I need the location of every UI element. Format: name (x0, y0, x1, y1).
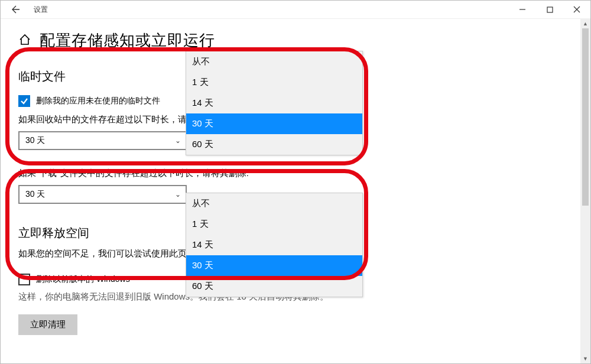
clean-now-button[interactable]: 立即清理 (18, 314, 77, 335)
dropdown-option-14day[interactable]: 14 天 (186, 235, 362, 255)
home-icon[interactable] (18, 33, 31, 48)
clean-now-button-label: 立即清理 (30, 319, 66, 330)
back-arrow-icon (11, 5, 20, 14)
dropdown-option-60day[interactable]: 60 天 (186, 276, 362, 297)
svg-rect-0 (547, 7, 553, 12)
downloads-duration-value: 30 天 (25, 189, 45, 200)
dropdown-option-1day[interactable]: 1 天 (186, 214, 362, 235)
recycle-bin-dropdown[interactable]: 从不 1 天 14 天 30 天 60 天 (186, 51, 363, 155)
dropdown-option-never[interactable]: 从不 (186, 193, 362, 214)
delete-temp-files-label: 删除我的应用未在使用的临时文件 (36, 96, 160, 106)
scrollbar-thumb[interactable] (582, 28, 589, 206)
chevron-down-icon: ⌄ (175, 136, 181, 145)
dropdown-option-60day[interactable]: 60 天 (186, 134, 362, 155)
recycle-bin-duration-combo[interactable]: 30 天 ⌄ (18, 131, 187, 150)
vertical-scrollbar[interactable]: ▲ ▼ (580, 18, 590, 363)
minimize-icon (519, 6, 526, 13)
downloads-label: 如果"下载"文件夹中的文件存在超过以下时长，请将其删除: (18, 168, 590, 179)
downloads-dropdown[interactable]: 从不 1 天 14 天 30 天 60 天 (186, 193, 363, 297)
dropdown-option-never[interactable]: 从不 (186, 51, 362, 72)
dropdown-option-30day[interactable]: 30 天 (186, 113, 362, 134)
window-title: 设置 (34, 5, 48, 15)
maximize-icon (547, 6, 553, 13)
title-bar: 设置 (1, 1, 590, 19)
minimize-button[interactable] (509, 1, 536, 18)
scroll-up-icon[interactable]: ▲ (580, 18, 590, 28)
downloads-duration-combo[interactable]: 30 天 ⌄ (18, 185, 187, 204)
delete-previous-windows-checkbox[interactable] (18, 274, 30, 285)
back-button[interactable] (1, 1, 30, 18)
dropdown-option-14day[interactable]: 14 天 (186, 93, 362, 113)
close-icon (573, 6, 580, 13)
close-button[interactable] (563, 1, 590, 18)
scroll-down-icon[interactable]: ▼ (580, 353, 590, 363)
check-icon (20, 97, 28, 105)
delete-previous-windows-label: 删除以前版本的 Windows (36, 274, 130, 285)
page-title: 配置存储感知或立即运行 (40, 30, 215, 51)
dropdown-option-30day[interactable]: 30 天 (186, 255, 362, 276)
recycle-bin-duration-value: 30 天 (25, 135, 45, 146)
settings-window: 设置 配置存储感知或立即运行 临时文件 删除我的应用未在使用的 (0, 0, 591, 364)
chevron-down-icon: ⌄ (175, 190, 181, 199)
dropdown-option-1day[interactable]: 1 天 (186, 72, 362, 93)
window-controls (509, 1, 590, 18)
maximize-button[interactable] (536, 1, 563, 18)
delete-temp-files-checkbox[interactable] (18, 95, 30, 107)
